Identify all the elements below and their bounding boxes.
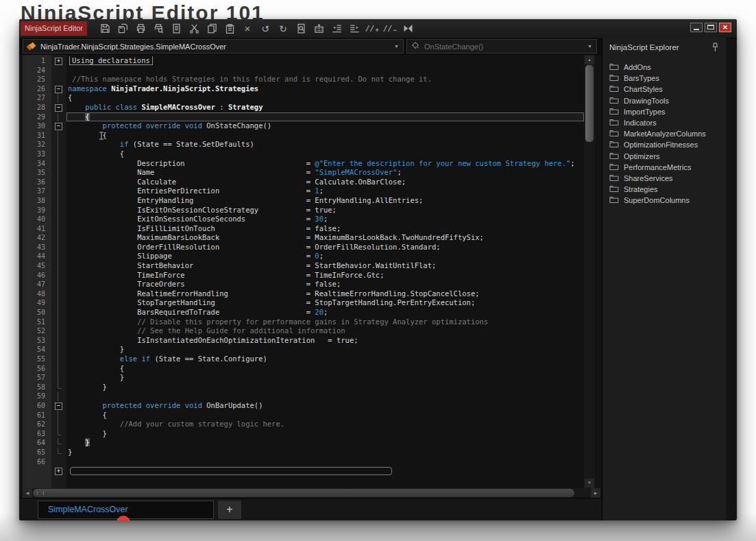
explorer-folder-barstypes[interactable]: BarsTypes (609, 73, 726, 84)
code-line-46[interactable]: 46 TimeInForce = TimeInForce.Gtc; (23, 271, 584, 280)
cut-button[interactable] (185, 21, 203, 36)
fold-marker[interactable]: − (51, 121, 66, 131)
horizontal-scrollbar-thumb[interactable] (33, 489, 574, 497)
explorer-folder-superdomcolumns[interactable]: SuperDomColumns (609, 195, 726, 206)
code-line-55[interactable]: 55 else if (State == State.Configure) (23, 354, 584, 364)
code-line-47[interactable]: 47 TraceOrders = false; (23, 280, 584, 289)
code-line-38[interactable]: 38 EntryHandling = EntryHandling.AllEntr… (23, 196, 584, 206)
code-line-30[interactable]: 30− protected override void OnStateChang… (23, 121, 584, 131)
method-selector-dropdown[interactable]: OnStateChange() ▼ (406, 39, 597, 53)
code-line-58[interactable]: 58 } (23, 383, 584, 392)
code-line-1[interactable]: 1+Using declarations (23, 56, 584, 66)
code-line-52[interactable]: 52 // See the Help Guide for additional … (23, 326, 584, 336)
explorer-folder-drawingtools[interactable]: DrawingTools (609, 95, 726, 106)
code-line-32[interactable]: 32 if (State == State.SetDefaults) (23, 140, 584, 149)
code-line-31[interactable]: 31 { (23, 131, 584, 141)
code-line-48[interactable]: 48 RealtimeErrorHandling = RealtimeError… (23, 289, 584, 299)
code-line-44[interactable]: 44 Slippage = 0; (23, 252, 584, 261)
explorer-folder-optimizers[interactable]: Optimizers (609, 151, 726, 162)
code-line-49[interactable]: 49 StopTargetHandling = StopTargetHandli… (23, 298, 584, 308)
new-tab-button[interactable]: + (218, 501, 241, 519)
indent-button[interactable] (345, 21, 363, 36)
compile-button[interactable] (310, 21, 328, 36)
template-button[interactable] (167, 21, 185, 36)
code-line-56[interactable]: 56 { (23, 364, 584, 374)
code-line-60[interactable]: 60− protected override void OnBarUpdate(… (23, 401, 584, 411)
paste-button[interactable] (221, 21, 239, 36)
save-as-button[interactable] (114, 21, 132, 36)
code-line-62[interactable]: 62 //Add your custom strategy logic here… (23, 420, 584, 429)
save-button[interactable] (96, 21, 114, 36)
code-line-28[interactable]: 28− public class SimpleMACrossOver : Str… (23, 103, 584, 112)
explorer-folder-indicators[interactable]: Indicators (609, 117, 726, 128)
code-line-66[interactable]: 66 (23, 457, 584, 467)
code-line-33[interactable]: 33 { (23, 149, 584, 159)
type-selector-dropdown[interactable]: NinjaTrader.NinjaScript.Strategies.Simpl… (23, 39, 404, 53)
scroll-left-arrow[interactable]: ◀ (23, 488, 32, 498)
explorer-folder-chartstyles[interactable]: ChartStyles (609, 84, 726, 95)
redo-button[interactable]: ↻ (274, 21, 292, 36)
code-line-35[interactable]: 35 Name = "SimpleMACrossOver"; (23, 168, 584, 178)
fold-marker[interactable]: − (51, 401, 66, 411)
code-line-40[interactable]: 40 ExitOnSessionCloseSeconds = 30; (23, 215, 584, 224)
fold-marker[interactable]: − (51, 84, 66, 94)
explorer-folder-strategies[interactable]: Strategies (609, 184, 726, 195)
code-line-24[interactable]: 24 (23, 66, 584, 75)
code-line-39[interactable]: 39 IsExitOnSessionCloseStrategy = true; (23, 206, 584, 215)
vertical-scrollbar[interactable]: ▲ ▼ (584, 55, 595, 488)
code-line-65[interactable]: 65} (23, 448, 584, 457)
code-line-26[interactable]: 26−namespace NinjaTrader.NinjaScript.Str… (23, 84, 584, 94)
code-line-45[interactable]: 45 StartBehavior = StartBehavior.WaitUnt… (23, 261, 584, 271)
code-line-25[interactable]: 25 //This namespace holds Strategies in … (23, 75, 584, 84)
vertical-scrollbar-thumb[interactable] (585, 65, 594, 142)
code-line-61[interactable]: 61 { (23, 411, 584, 420)
code-line-42[interactable]: 42 MaximumBarsLookBack = MaximumBarsLook… (23, 233, 584, 243)
code-editor[interactable]: 1+Using declarations2425 //This namespac… (23, 55, 595, 488)
print-button[interactable] (132, 21, 149, 36)
uncomment-button[interactable]: //− (381, 21, 399, 36)
horizontal-scrollbar[interactable]: ◀ ▶ (23, 488, 600, 498)
code-line-41[interactable]: 41 IsFillLimitOnTouch = false; (23, 224, 584, 234)
explorer-folder-optimizationfitnesses[interactable]: OptimizationFitnesses (609, 139, 726, 150)
toolbar-buttons: ×↺↻//+//− (96, 21, 417, 36)
explorer-folder-shareservices[interactable]: ShareServices (609, 173, 726, 184)
code-line-50[interactable]: 50 BarsRequiredToTrade = 20; (23, 308, 584, 317)
code-line-64[interactable]: 64 } (23, 438, 584, 448)
code-line-37[interactable]: 37 EntriesPerDirection = 1; (23, 187, 584, 196)
code-line[interactable]: + (23, 466, 584, 476)
comment-button[interactable]: //+ (363, 21, 381, 36)
explorer-folder-importtypes[interactable]: ImportTypes (609, 106, 726, 117)
code-line-54[interactable]: 54 } (23, 345, 584, 354)
close-button[interactable] (719, 23, 731, 32)
explorer-folder-addons[interactable]: AddOns (609, 62, 726, 73)
code-line-27[interactable]: 27{ (23, 93, 584, 103)
find-button[interactable] (292, 21, 310, 36)
undo-button[interactable]: ↺ (256, 21, 274, 36)
code-line-53[interactable]: 53 IsInstantiatedOnEachOptimizationItera… (23, 336, 584, 346)
maximize-button[interactable] (705, 23, 717, 32)
scroll-up-arrow[interactable]: ▲ (585, 56, 594, 64)
scroll-right-arrow[interactable]: ▶ (591, 488, 600, 498)
delete-button[interactable]: × (239, 21, 256, 36)
outdent-button[interactable] (328, 21, 345, 36)
minimize-button[interactable] (690, 23, 703, 32)
scroll-down-arrow[interactable]: ▼ (585, 479, 594, 488)
fold-marker[interactable]: − (51, 103, 66, 112)
fold-marker (51, 233, 66, 243)
explorer-folder-performancemetrics[interactable]: PerformanceMetrics (609, 162, 726, 173)
explorer-folder-marketanalyzercolumns[interactable]: MarketAnalyzerColumns (609, 128, 726, 139)
print-preview-button[interactable] (149, 21, 167, 36)
copy-button[interactable] (203, 21, 221, 36)
visual-studio-button[interactable] (399, 21, 417, 36)
fold-marker[interactable]: + (51, 56, 66, 66)
code-line-36[interactable]: 36 Calculate = Calculate.OnBarClose; (23, 178, 584, 187)
code-line-29[interactable]: 29 { (23, 112, 584, 122)
code-line-51[interactable]: 51 // Disable this property for performa… (23, 317, 584, 327)
pin-icon[interactable] (711, 43, 719, 52)
code-line-57[interactable]: 57 } (23, 373, 584, 383)
code-line-63[interactable]: 63 } (23, 429, 584, 439)
fold-marker[interactable]: + (51, 466, 66, 476)
code-line-43[interactable]: 43 OrderFillResolution = OrderFillResolu… (23, 243, 584, 252)
code-line-34[interactable]: 34 Description = @"Enter the description… (23, 159, 584, 169)
code-line-59[interactable]: 59 (23, 392, 584, 401)
